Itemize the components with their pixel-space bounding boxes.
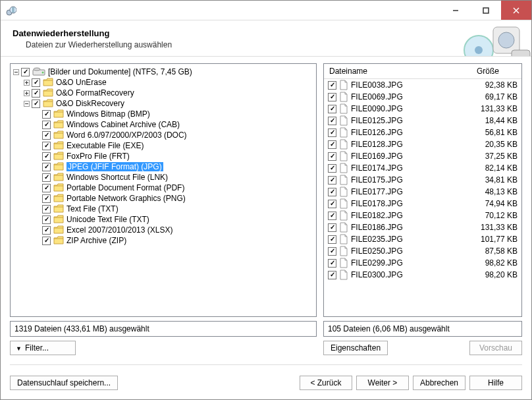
checkbox[interactable] <box>328 247 336 256</box>
help-button[interactable]: Hilfe <box>469 376 522 390</box>
checkbox[interactable] <box>328 140 336 149</box>
tree-item[interactable]: O&O FormatRecovery <box>22 88 315 98</box>
checkbox[interactable] <box>32 78 40 87</box>
checkbox[interactable] <box>42 184 51 192</box>
tree-view[interactable]: [Bilder und Dokumente] (NTFS, 7,45 GB)O&… <box>10 63 317 317</box>
checkbox[interactable] <box>328 81 336 90</box>
tree-item[interactable]: JPEG (JFIF Format) (JPG) <box>33 161 315 172</box>
checkbox[interactable] <box>328 188 336 196</box>
file-row[interactable]: FILE0128.JPG20,35 KB <box>324 138 521 150</box>
checkbox[interactable] <box>21 68 30 76</box>
tree-item[interactable]: Windows Cabinet Archive (CAB) <box>33 119 315 130</box>
file-row[interactable]: FILE0178.JPG74,94 KB <box>324 198 521 210</box>
file-row[interactable]: FILE0125.JPG18,44 KB <box>324 115 521 127</box>
checkbox[interactable] <box>42 142 51 150</box>
file-icon <box>339 222 348 233</box>
checkbox[interactable] <box>42 131 51 140</box>
checkbox[interactable] <box>328 235 336 244</box>
checkbox[interactable] <box>328 259 336 268</box>
checkbox[interactable] <box>32 100 40 108</box>
file-row[interactable]: FILE0175.JPG34,81 KB <box>324 174 521 186</box>
file-row[interactable]: FILE0126.JPG56,81 KB <box>324 127 521 138</box>
checkbox[interactable] <box>328 164 336 173</box>
checkbox[interactable] <box>42 205 51 214</box>
file-row[interactable]: FILE0090.JPG131,33 KB <box>324 103 521 115</box>
checkbox[interactable] <box>328 93 336 101</box>
checkbox[interactable] <box>42 121 51 129</box>
tree-item[interactable]: Windows Bitmap (BMP) <box>33 109 315 119</box>
checkbox[interactable] <box>42 215 51 224</box>
close-button[interactable] <box>501 1 531 20</box>
svg-rect-2 <box>12 7 14 13</box>
checkbox[interactable] <box>42 226 51 235</box>
checkbox[interactable] <box>42 110 51 119</box>
folder-icon <box>43 88 53 98</box>
col-size[interactable]: Größe <box>452 67 511 76</box>
tree-item[interactable]: Excel 2007/2010/2013 (XLSX) <box>33 225 315 235</box>
checkbox[interactable] <box>42 173 51 182</box>
next-button[interactable]: Weiter > <box>356 376 409 390</box>
file-icon <box>339 270 348 280</box>
file-list[interactable]: FILE0038.JPG92,38 KBFILE0069.JPG69,17 KB… <box>324 79 521 316</box>
expand-icon[interactable] <box>22 78 30 86</box>
tree-item[interactable]: [Bilder und Dokumente] (NTFS, 7,45 GB) <box>12 67 315 77</box>
checkbox[interactable] <box>42 152 51 161</box>
tree-label: ZIP Archive (ZIP) <box>66 236 126 245</box>
tree-item[interactable]: O&O UnErase <box>22 77 315 88</box>
file-list-header[interactable]: Dateiname Größe <box>324 64 521 79</box>
tree-item[interactable]: FoxPro File (FRT) <box>33 151 315 161</box>
tree-item[interactable]: Text File (TXT) <box>33 204 315 214</box>
tree-item[interactable]: O&O DiskRecovery <box>22 98 315 109</box>
file-row[interactable]: FILE0169.JPG37,25 KB <box>324 150 521 162</box>
collapse-icon[interactable] <box>12 68 20 76</box>
file-row[interactable]: FILE0250.JPG87,58 KB <box>324 245 521 257</box>
checkbox[interactable] <box>328 223 336 232</box>
filter-button[interactable]: Filter... <box>10 341 76 355</box>
collapse-icon[interactable] <box>22 100 30 107</box>
preview-button[interactable]: Vorschau <box>469 341 522 355</box>
checkbox[interactable] <box>328 200 336 208</box>
properties-button[interactable]: Eigenschaften <box>323 341 388 355</box>
save-scan-button[interactable]: Datensuchlauf speichern... <box>10 376 118 390</box>
checkbox[interactable] <box>328 212 336 220</box>
tree-item[interactable]: Portable Network Graphics (PNG) <box>33 193 315 204</box>
checkbox[interactable] <box>328 105 336 113</box>
col-filename[interactable]: Dateiname <box>324 67 452 76</box>
checkbox[interactable] <box>328 176 336 185</box>
tree-item[interactable]: ZIP Archive (ZIP) <box>33 235 315 246</box>
minimize-button[interactable] <box>440 1 471 20</box>
file-row[interactable]: FILE0038.JPG92,38 KB <box>324 79 521 91</box>
tree-label: Windows Bitmap (BMP) <box>66 109 150 119</box>
file-row[interactable]: FILE0300.JPG98,20 KB <box>324 269 521 281</box>
checkbox[interactable] <box>42 237 51 245</box>
tree-item[interactable]: Portable Document Format (PDF) <box>33 183 315 193</box>
maximize-button[interactable] <box>471 1 501 20</box>
checkbox[interactable] <box>328 271 336 279</box>
file-row[interactable]: FILE0182.JPG70,12 KB <box>324 210 521 221</box>
cancel-button[interactable]: Abbrechen <box>413 376 466 390</box>
back-button[interactable]: < Zurück <box>300 376 352 390</box>
expand-icon[interactable] <box>22 89 30 97</box>
checkbox[interactable] <box>328 152 336 161</box>
tree-item[interactable]: Word 6.0/97/2000/XP/2003 (DOC) <box>33 130 315 140</box>
svg-point-16 <box>34 68 40 71</box>
file-name: FILE0299.JPG <box>351 258 470 268</box>
file-icon <box>339 175 348 185</box>
checkbox[interactable] <box>42 194 51 203</box>
tree-item[interactable]: Executable File (EXE) <box>33 140 315 151</box>
file-row[interactable]: FILE0299.JPG98,82 KB <box>324 257 521 269</box>
left-pane: [Bilder und Dokumente] (NTFS, 7,45 GB)O&… <box>10 63 317 355</box>
file-name: FILE0174.JPG <box>351 163 470 173</box>
file-row[interactable]: FILE0177.JPG48,13 KB <box>324 186 521 198</box>
file-row[interactable]: FILE0174.JPG82,14 KB <box>324 162 521 174</box>
checkbox[interactable] <box>32 89 40 98</box>
folder-icon <box>53 130 64 140</box>
checkbox[interactable] <box>328 129 336 137</box>
file-row[interactable]: FILE0235.JPG101,77 KB <box>324 233 521 245</box>
tree-item[interactable]: Windows Shortcut File (LNK) <box>33 172 315 183</box>
file-row[interactable]: FILE0069.JPG69,17 KB <box>324 91 521 103</box>
checkbox[interactable] <box>328 117 336 125</box>
file-row[interactable]: FILE0186.JPG131,33 KB <box>324 221 521 233</box>
checkbox[interactable] <box>42 163 51 171</box>
tree-item[interactable]: Unicode Text File (TXT) <box>33 214 315 225</box>
